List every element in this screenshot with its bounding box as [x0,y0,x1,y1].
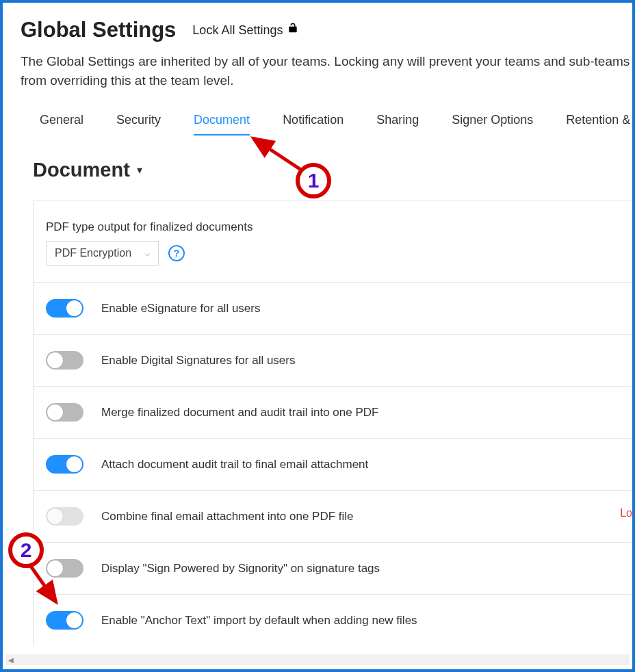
tabs-bar: General Security Document Notification S… [21,113,632,135]
tab-general[interactable]: General [40,113,83,135]
toggle-anchor-text[interactable] [46,611,83,630]
scroll-left-icon: ◀ [5,654,16,665]
tab-document[interactable]: Document [194,113,250,135]
lock-all-label: Lock All Settings [192,23,283,38]
tab-signer-options[interactable]: Signer Options [452,113,533,135]
toggle-anchor-text-block: Enable "Anchor Text" import by default w… [33,595,632,646]
lock-all-settings-link[interactable]: Lock All Settings [192,23,299,38]
page-title: Global Settings [21,18,176,42]
toggle-combine-email-label: Combine final email attachment into one … [101,510,354,524]
toggle-digital-signatures[interactable] [46,351,83,370]
horizontal-scrollbar[interactable]: ◀ [5,654,630,665]
toggle-attach-audit-block: Attach document audit trail to final ema… [33,439,632,491]
pdf-output-label: PDF type output for finalized documents [46,220,632,234]
toggle-merge-audit[interactable] [46,403,83,422]
caret-down-icon: ⌵ [145,248,150,258]
tab-security[interactable]: Security [116,113,161,135]
toggle-sign-powered-block: Display "Sign Powered by Signority" on s… [33,543,632,595]
settings-description: The Global Settings are inherited by all… [21,52,632,90]
toggle-esignature[interactable] [46,299,83,318]
chevron-down-icon: ▾ [137,164,142,177]
toggle-digital-signatures-block: Enable Digital Signatures for all users [33,335,632,387]
toggle-anchor-text-label: Enable "Anchor Text" import by default w… [101,614,417,628]
toggle-attach-audit-label: Attach document audit trail to final ema… [101,458,368,471]
toggle-digital-signatures-label: Enable Digital Signatures for all users [101,354,295,367]
toggle-esignature-block: Enable eSignature for all users [33,283,632,335]
locked-indicator: Lo [620,507,632,519]
toggle-merge-audit-block: Merge finalized document and audit trail… [33,387,632,439]
pdf-type-dropdown[interactable]: PDF Encryption ⌵ [46,241,159,266]
toggle-combine-email [46,507,83,526]
toggle-combine-email-block: Combine final email attachment into one … [33,491,632,543]
settings-panel: PDF type output for finalized documents … [33,201,632,646]
tab-sharing[interactable]: Sharing [376,113,419,135]
toggle-sign-powered[interactable] [46,559,83,578]
section-heading-label: Document [33,159,130,181]
tab-notification[interactable]: Notification [283,113,344,135]
tab-retention[interactable]: Retention & E [566,113,635,135]
pdf-output-block: PDF type output for finalized documents … [33,201,632,283]
help-icon[interactable]: ? [168,245,185,261]
pdf-type-selected: PDF Encryption [55,247,131,259]
toggle-sign-powered-label: Display "Sign Powered by Signority" on s… [101,562,380,576]
unlock-icon [287,23,299,38]
section-heading[interactable]: Document ▾ [21,159,632,181]
toggle-attach-audit[interactable] [46,455,83,474]
toggle-merge-audit-label: Merge finalized document and audit trail… [101,406,378,419]
toggle-esignature-label: Enable eSignature for all users [101,302,260,315]
